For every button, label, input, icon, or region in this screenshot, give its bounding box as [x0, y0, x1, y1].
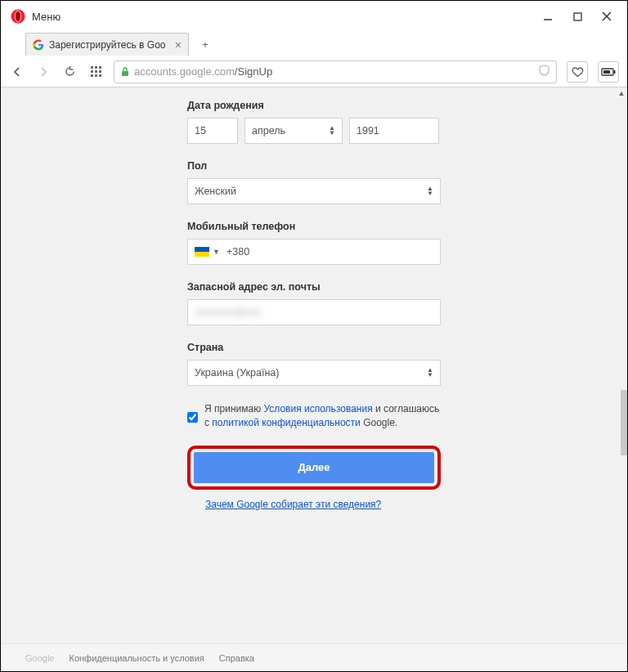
tab-strip: Зарегистрируйтесь в Goo × +: [1, 32, 627, 56]
window-titlebar: Меню: [1, 1, 627, 32]
caret-down-icon[interactable]: ▼: [213, 248, 220, 256]
page-viewport: ▲ Дата рождения 15 апрель ▲▼ 1991 Пол Же…: [1, 87, 627, 671]
dob-label: Дата рождения: [187, 100, 441, 111]
country-value: Украина (Україна): [195, 367, 279, 379]
recovery-input[interactable]: xxxxxxxx@xxx: [187, 299, 441, 325]
svg-rect-10: [91, 70, 93, 73]
svg-rect-16: [122, 71, 128, 76]
page-footer: Google Конфиденциальность и условия Спра…: [1, 643, 627, 671]
privacy-link[interactable]: политикой конфиденциальности: [212, 417, 360, 428]
recovery-value: xxxxxxxx@xxx: [195, 307, 261, 318]
url-path: /SignUp: [235, 65, 272, 78]
url-text: accounts.google.com/SignUp: [134, 65, 534, 78]
maximize-button[interactable]: [572, 11, 583, 22]
dob-month-select[interactable]: апрель ▲▼: [244, 118, 343, 144]
recovery-email-field: Запасной адрес эл. почты xxxxxxxx@xxx: [187, 281, 441, 325]
svg-rect-19: [614, 70, 616, 74]
country-label: Страна: [187, 342, 441, 353]
signup-form: Дата рождения 15 апрель ▲▼ 1991 Пол Женс…: [187, 100, 441, 643]
tab-title: Зарегистрируйтесь в Goo: [49, 39, 170, 51]
browser-tab[interactable]: Зарегистрируйтесь в Goo ×: [25, 33, 189, 56]
svg-point-2: [16, 11, 20, 22]
address-bar[interactable]: accounts.google.com/SignUp: [114, 60, 557, 83]
battery-saver-button[interactable]: [598, 61, 619, 83]
gender-label: Пол: [187, 160, 441, 172]
svg-rect-14: [95, 74, 97, 77]
new-tab-button[interactable]: +: [195, 34, 215, 54]
google-favicon-icon: [33, 39, 44, 51]
close-window-button[interactable]: [601, 11, 612, 22]
minimize-button[interactable]: [542, 11, 554, 22]
svg-rect-13: [91, 74, 93, 77]
gender-value: Женский: [195, 186, 236, 197]
svg-rect-18: [603, 70, 610, 74]
forward-button[interactable]: [35, 64, 52, 80]
tos-checkbox[interactable]: [187, 404, 198, 431]
tos-row: Я принимаю Условия использования и согла…: [187, 402, 441, 431]
updown-icon: ▲▼: [329, 126, 335, 136]
next-button[interactable]: Далее: [194, 452, 434, 483]
shield-icon[interactable]: [539, 65, 550, 78]
updown-icon: ▲▼: [427, 186, 433, 196]
back-button[interactable]: [9, 64, 25, 80]
svg-rect-12: [99, 70, 101, 73]
dob-field: Дата рождения 15 апрель ▲▼ 1991: [187, 100, 441, 144]
nav-toolbar: accounts.google.com/SignUp: [1, 56, 627, 87]
bookmark-button[interactable]: [567, 61, 588, 83]
updown-icon: ▲▼: [427, 368, 433, 378]
svg-rect-8: [95, 66, 97, 69]
gender-select[interactable]: Женский ▲▼: [187, 178, 441, 204]
recovery-label: Запасной адрес эл. почты: [187, 281, 441, 293]
url-host: accounts.google.com: [134, 65, 235, 78]
phone-label: Мобильный телефон: [187, 221, 441, 232]
scroll-arrow-up-icon[interactable]: ▲: [616, 87, 627, 99]
dob-day-input[interactable]: 15: [187, 118, 238, 144]
gender-field: Пол Женский ▲▼: [187, 160, 441, 204]
svg-rect-15: [99, 74, 101, 77]
svg-rect-4: [574, 13, 581, 20]
opera-logo-icon: [11, 9, 25, 24]
country-select[interactable]: Украина (Україна) ▲▼: [187, 360, 441, 386]
phone-input[interactable]: ▼ +380: [187, 239, 441, 265]
menu-label[interactable]: Меню: [32, 11, 61, 23]
speed-dial-button[interactable]: [87, 64, 104, 80]
dob-year-input[interactable]: 1991: [349, 118, 439, 144]
phone-code: +380: [227, 246, 249, 258]
next-button-highlight: Далее: [187, 446, 441, 490]
lock-icon: [121, 67, 129, 77]
svg-rect-9: [99, 66, 101, 69]
svg-rect-11: [95, 70, 97, 73]
tos-link[interactable]: Условия использования: [263, 403, 372, 414]
ukraine-flag-icon: [195, 247, 209, 257]
why-collect-link[interactable]: Зачем Google собирает эти сведения?: [205, 498, 441, 512]
footer-google[interactable]: Google: [25, 653, 54, 663]
footer-privacy[interactable]: Конфиденциальность и условия: [69, 653, 204, 663]
page-content: Дата рождения 15 апрель ▲▼ 1991 Пол Женс…: [1, 87, 627, 643]
svg-rect-7: [91, 66, 93, 69]
phone-field: Мобильный телефон ▼ +380: [187, 221, 441, 265]
close-tab-icon[interactable]: ×: [175, 38, 182, 52]
reload-button[interactable]: [61, 64, 78, 80]
tos-text: Я принимаю Условия использования и согла…: [204, 402, 441, 431]
dob-month-value: апрель: [252, 125, 285, 137]
scrollbar-thumb[interactable]: [621, 390, 627, 455]
footer-help[interactable]: Справка: [219, 653, 254, 663]
country-field: Страна Украина (Україна) ▲▼: [187, 342, 441, 386]
